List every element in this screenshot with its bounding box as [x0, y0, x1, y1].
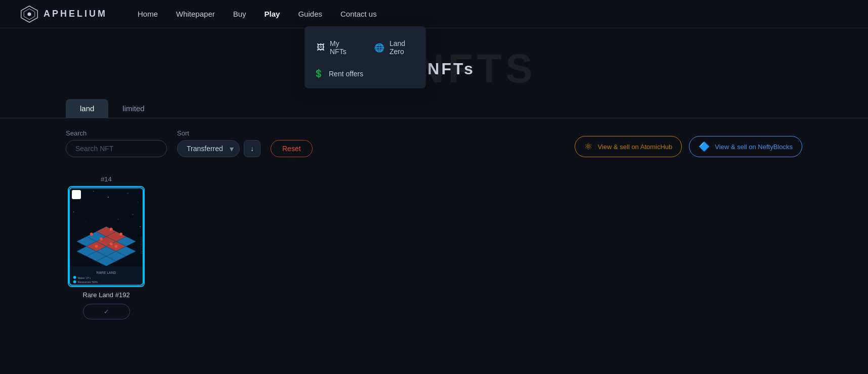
market-buttons: ⚛ View & sell on AtomicHub 🔷 View & sell… — [575, 136, 802, 157]
neftyblocks-icon: 🔷 — [699, 141, 710, 152]
nav-play[interactable]: Play — [265, 10, 280, 19]
nav-home[interactable]: Home — [138, 10, 158, 19]
dollar-icon: 💲 — [314, 69, 324, 78]
atomichub-button[interactable]: ⚛ View & sell on AtomicHub — [575, 136, 682, 157]
svg-point-7 — [127, 193, 128, 194]
nav-links: Home Whitepaper Buy Play Guides Contact … — [138, 10, 377, 19]
reset-button[interactable]: Reset — [271, 140, 313, 157]
nft-illustration: APHELIUM — [69, 187, 144, 286]
dropdown-grid: 🖼 My NFTs 🌐 Land Zero — [305, 31, 426, 64]
nft-image-inner: APHELIUM — [69, 187, 144, 286]
globe-icon: 🌐 — [374, 43, 384, 53]
tabs-row: land limited — [0, 99, 868, 118]
sort-direction-button[interactable]: ↓ — [244, 140, 261, 157]
sort-select[interactable]: Transferred Name ID — [177, 140, 240, 157]
sort-label: Sort — [177, 129, 261, 137]
svg-point-34 — [90, 232, 93, 236]
svg-point-13 — [140, 226, 141, 227]
svg-point-6 — [108, 197, 109, 198]
logo-icon — [20, 5, 38, 23]
play-dropdown-menu: 🖼 My NFTs 🌐 Land Zero 💲 Rent offers — [305, 26, 426, 88]
nft-grid: #14 APHEL — [0, 165, 868, 330]
nav-contact[interactable]: Contact us — [340, 10, 377, 19]
nft-action-button[interactable]: ✓ — [83, 304, 130, 319]
nft-name: Rare Land #192 — [82, 291, 129, 299]
svg-point-11 — [86, 221, 86, 222]
svg-point-9 — [73, 212, 74, 213]
sort-group: Sort Transferred Name ID ↓ — [177, 129, 261, 157]
nft-checkbox[interactable] — [72, 190, 81, 199]
svg-point-35 — [110, 227, 113, 230]
svg-point-2 — [27, 12, 31, 16]
svg-point-40 — [115, 245, 118, 248]
search-label: Search — [66, 129, 167, 137]
svg-point-39 — [95, 245, 98, 248]
nft-id: #14 — [101, 175, 112, 183]
filter-row: Search Sort Transferred Name ID ↓ Reset … — [0, 118, 868, 165]
svg-text:Resources: 50%: Resources: 50% — [78, 281, 98, 284]
logo-text: APHELIUM — [44, 9, 107, 19]
svg-point-37 — [119, 232, 122, 236]
sort-select-wrap: Transferred Name ID ↓ — [177, 140, 261, 157]
tab-limited[interactable]: limited — [108, 99, 158, 118]
svg-point-36 — [100, 238, 103, 241]
tab-land[interactable]: land — [66, 99, 108, 118]
neftyblocks-button[interactable]: 🔷 View & sell on NeftyBlocks — [689, 136, 802, 157]
svg-point-5 — [93, 191, 94, 192]
navbar: APHELIUM Home Whitepaper Buy Play Guides… — [0, 0, 868, 28]
nft-image-wrap[interactable]: APHELIUM — [68, 186, 145, 287]
dropdown-my-nfts[interactable]: 🖼 My NFTs — [308, 34, 365, 61]
search-group: Search — [66, 129, 167, 157]
nav-whitepaper[interactable]: Whitepaper — [176, 10, 215, 19]
svg-point-47 — [73, 280, 76, 284]
nav-buy[interactable]: Buy — [233, 10, 246, 19]
sort-select-container: Transferred Name ID — [177, 140, 240, 157]
svg-point-12 — [118, 219, 118, 219]
search-input[interactable] — [66, 140, 167, 157]
svg-text:Water: 27+: Water: 27+ — [78, 276, 91, 279]
page-title-area: MY NFTS MY NFTs — [0, 28, 868, 99]
atomichub-icon: ⚛ — [584, 141, 592, 152]
logo[interactable]: APHELIUM — [20, 5, 107, 23]
dropdown-land-zero[interactable]: 🌐 Land Zero — [365, 34, 423, 61]
image-icon: 🖼 — [317, 43, 325, 52]
dropdown-rent-offers[interactable]: 💲 Rent offers — [305, 64, 426, 83]
svg-point-10 — [133, 214, 133, 215]
svg-text:RARE LAND: RARE LAND — [97, 271, 116, 274]
nav-guides[interactable]: Guides — [298, 10, 322, 19]
checkmark-icon: ✓ — [104, 308, 109, 315]
nft-card: #14 APHEL — [66, 175, 147, 319]
svg-point-8 — [138, 202, 138, 202]
svg-point-38 — [110, 243, 113, 246]
svg-point-45 — [73, 276, 76, 279]
